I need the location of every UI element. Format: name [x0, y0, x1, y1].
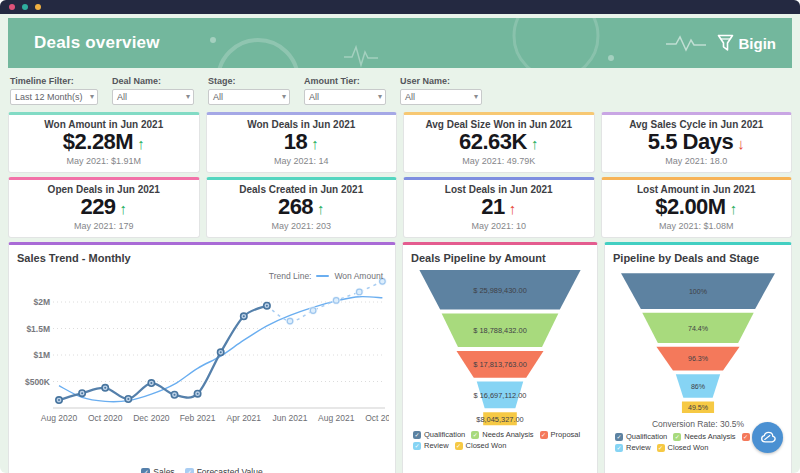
trend-line-swatch [316, 275, 329, 277]
kpi-avg-deal-size: Avg Deal Size Won in Jun 2021 62.63K↑ Ma… [403, 112, 595, 173]
filter-label: Timeline Filter: [10, 76, 98, 86]
checkbox-checked-icon: ✓ [471, 431, 479, 439]
trend-up-icon: ↑ [137, 135, 145, 152]
funnel-wrap: $ 25,989,430.00$ 18,788,432.00$ 17,813,7… [411, 269, 589, 427]
kpi-open-deals: Open Deals in Jun 2021 229↑ May 2021: 17… [8, 177, 200, 238]
filter-stage: Stage: All▾ [208, 76, 290, 105]
svg-text:$8,045,327.00: $8,045,327.00 [476, 415, 523, 424]
pipeline-by-stage-funnel: 100%74.4%96.3%86%49.5% [613, 269, 783, 418]
kpi-compare: May 2021: 14 [209, 156, 395, 166]
chart-title: Pipeline by Deals and Stage [613, 252, 783, 264]
filter-timeline: Timeline Filter: Last 12 Month(s)▾ [10, 76, 98, 105]
checkbox-checked-icon: ✓ [540, 431, 548, 439]
kpi-value: 18↑ [209, 130, 395, 156]
checkbox-checked-icon: ✓ [615, 433, 623, 441]
window-minimize-dot[interactable] [22, 4, 28, 10]
chart-title: Sales Trend - Monthly [17, 252, 387, 264]
legend-item-review[interactable]: ✓Review [615, 443, 651, 452]
kpi-compare: May 2021: 10 [406, 221, 592, 231]
legend-item-qualification[interactable]: ✓Qualification [615, 432, 667, 441]
timeline-filter-select[interactable]: Last 12 Month(s)▾ [10, 89, 98, 105]
svg-text:$1.5M: $1.5M [26, 324, 50, 334]
legend-item-closed-won[interactable]: ✓Closed Won [455, 441, 507, 450]
kpi-compare: May 2021: 18.0 [604, 156, 790, 166]
kpi-value: 62.63K↑ [406, 130, 592, 156]
charts-row: Sales Trend - Monthly Trend Line: Won Am… [8, 242, 792, 473]
legend-item-forecasted-value[interactable]: ✓ Forecasted Value [185, 467, 263, 473]
chat-support-button[interactable] [752, 422, 783, 453]
trend-up-icon: ↑ [730, 200, 738, 217]
trend-legend-label: Trend Line: [269, 271, 312, 281]
stage-select[interactable]: All▾ [208, 89, 290, 105]
svg-text:$ 25,989,430.00: $ 25,989,430.00 [473, 286, 527, 295]
kpi-compare: May 2021: 49.79K [406, 156, 592, 166]
checkbox-checked-icon: ✓ [413, 431, 421, 439]
svg-text:Apr 2021: Apr 2021 [227, 413, 262, 423]
checkbox-checked-icon: ✓ [185, 468, 194, 473]
window-close-dot[interactable] [9, 4, 15, 10]
legend-item-needs-analysis[interactable]: ✓Needs Analysis [471, 430, 533, 439]
svg-text:Aug 2020: Aug 2020 [41, 413, 78, 423]
trend-up-icon: ↑ [531, 135, 539, 152]
svg-text:$500K: $500K [25, 377, 51, 387]
chart-title: Deals Pipeline by Amount [411, 252, 589, 264]
chevron-down-icon: ▾ [474, 90, 478, 104]
window-titlebar [0, 0, 800, 14]
trend-series-name: Won Amount [334, 271, 383, 281]
trend-up-icon: ↑ [311, 135, 319, 152]
trend-up-icon: ↑ [509, 200, 517, 217]
checkbox-checked-icon: ✓ [455, 442, 463, 450]
kpi-deals-created: Deals Created in Jun 2021 268↑ May 2021:… [206, 177, 398, 238]
legend-item-qualification[interactable]: ✓Qualification [413, 430, 465, 439]
svg-text:$ 17,813,763.00: $ 17,813,763.00 [473, 360, 527, 369]
filter-label: User Name: [400, 76, 482, 86]
window-maximize-dot[interactable] [35, 4, 41, 10]
legend-item-closed-won[interactable]: ✓Closed Won [657, 443, 709, 452]
svg-text:86%: 86% [691, 383, 706, 391]
chevron-down-icon: ▾ [186, 90, 190, 104]
sales-trend-card: Sales Trend - Monthly Trend Line: Won Am… [8, 242, 396, 473]
page-header: Deals overview Bigin [8, 18, 792, 68]
brand-name: Bigin [739, 35, 777, 52]
trend-up-icon: ↑ [317, 200, 325, 217]
kpi-avg-sales-cycle: Avg Sales Cycle in Jun 2021 5.5 Days↓ Ma… [601, 112, 793, 173]
chat-cloud-icon [758, 428, 777, 447]
svg-text:Oct 2021: Oct 2021 [365, 413, 389, 423]
legend-item-review[interactable]: ✓Review [413, 441, 449, 450]
amount-tier-select[interactable]: All▾ [304, 89, 386, 105]
kpi-lost-deals: Lost Deals in Jun 2021 21↑ May 2021: 10 [403, 177, 595, 238]
kpi-value: $2.00M↑ [604, 195, 790, 221]
svg-text:Aug 2021: Aug 2021 [318, 413, 355, 423]
sales-trend-chart: $500K$1M$1.5M$2MAug 2020Oct 2020Dec 2020… [17, 268, 389, 440]
svg-text:Jun 2021: Jun 2021 [273, 413, 308, 423]
legend-item-proposal[interactable]: ✓Proposal [540, 430, 581, 439]
checkbox-checked-icon: ✓ [673, 433, 681, 441]
kpi-value: 5.5 Days↓ [604, 130, 790, 156]
legend-item-needs-analysis[interactable]: ✓Needs Analysis [673, 432, 735, 441]
svg-text:Dec 2020: Dec 2020 [133, 413, 170, 423]
svg-text:Oct 2020: Oct 2020 [88, 413, 123, 423]
user-name-select[interactable]: All▾ [400, 89, 482, 105]
checkbox-checked-icon: ✓ [141, 468, 150, 473]
pipeline-by-amount-card: Deals Pipeline by Amount $ 25,989,430.00… [402, 242, 598, 473]
trend-up-icon: ↑ [120, 200, 128, 217]
filter-label: Stage: [208, 76, 290, 86]
kpi-grid: Won Amount in Jun 2021 $2.28M↑ May 2021:… [8, 112, 792, 238]
legend-item-sales[interactable]: ✓ Sales [141, 467, 174, 473]
trend-down-icon: ↓ [737, 135, 745, 152]
kpi-won-amount: Won Amount in Jun 2021 $2.28M↑ May 2021:… [8, 112, 200, 173]
svg-text:Feb 2021: Feb 2021 [180, 413, 216, 423]
pulse-line-icon [666, 33, 712, 53]
chevron-down-icon: ▾ [90, 90, 94, 104]
pipeline-by-amount-funnel: $ 25,989,430.00$ 18,788,432.00$ 17,813,7… [411, 269, 589, 427]
filter-deal-name: Deal Name: All▾ [112, 76, 194, 105]
checkbox-checked-icon: ✓ [615, 444, 623, 452]
checkbox-checked-icon: ✓ [742, 433, 750, 441]
kpi-won-deals: Won Deals in Jun 2021 18↑ May 2021: 14 [206, 112, 398, 173]
checkbox-checked-icon: ✓ [657, 444, 665, 452]
trend-line-legend: Trend Line: Won Amount [269, 271, 383, 281]
filter-label: Deal Name: [112, 76, 194, 86]
kpi-value: 21↑ [406, 195, 592, 221]
deal-name-select[interactable]: All▾ [112, 89, 194, 105]
svg-text:$ 16,697,112.00: $ 16,697,112.00 [474, 391, 527, 400]
